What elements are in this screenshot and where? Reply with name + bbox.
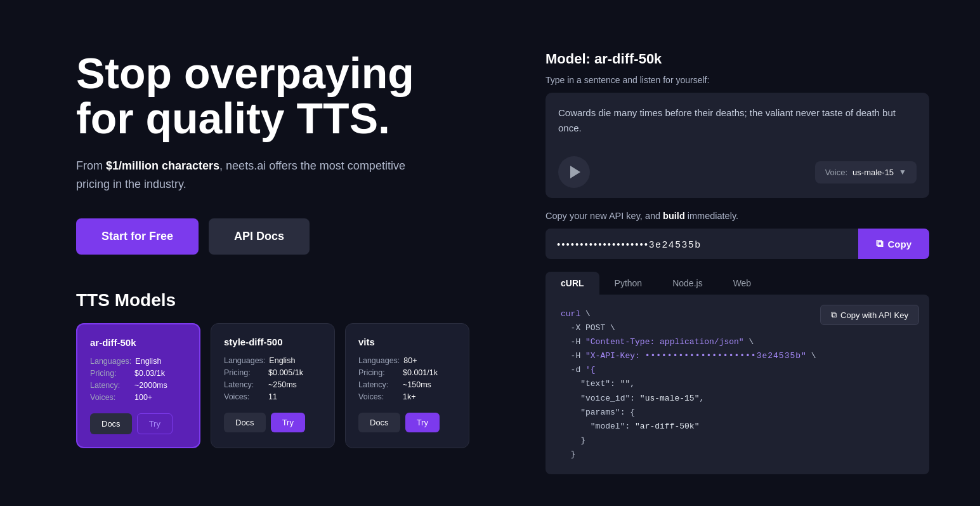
model-meta: Languages: English Pricing: $0.005/1k La… [224,356,322,401]
model-name: style-diff-500 [224,336,322,347]
models-grid: ar-diff-50k Languages: English Pricing: … [76,323,507,448]
api-docs-button[interactable]: API Docs [209,218,310,255]
model-docs-button-3[interactable]: Docs [358,413,400,432]
code-block-wrapper: ⧉ Copy with API Key curl \ -X POST \ -H … [546,295,929,474]
chevron-down-icon: ▼ [899,168,906,176]
tab-python[interactable]: Python [599,272,658,295]
api-copy-label: Copy your new API key, and build immedia… [546,211,929,221]
tab-web[interactable]: Web [718,272,767,295]
tab-nodejs[interactable]: Node.js [657,272,717,295]
tab-curl[interactable]: cURL [546,272,599,295]
start-free-button[interactable]: Start for Free [76,218,199,255]
code-block: curl \ -X POST \ -H "Content-Type: appli… [561,307,917,462]
copy-icon: ⧉ [876,238,883,250]
model-card-vits: vits Languages: 80+ Pricing: $0.001/1k L… [345,323,469,448]
model-meta: Languages: 80+ Pricing: $0.001/1k Latenc… [358,356,456,401]
model-docs-button-2[interactable]: Docs [224,413,266,432]
api-key-input[interactable] [546,229,858,259]
model-try-button-3[interactable]: Try [405,413,440,432]
cta-buttons: Start for Free API Docs [76,218,507,255]
model-card-style-diff-500: style-diff-500 Languages: English Pricin… [211,323,335,448]
demo-label: Type in a sentence and listen for yourse… [546,75,929,85]
play-icon [570,166,580,178]
voice-select[interactable]: Voice: us-male-15 ▼ [815,161,917,183]
api-key-row: ⧉ Copy [546,229,929,259]
demo-text: Cowards die many times before their deat… [558,105,917,143]
model-try-button-1[interactable]: Try [137,413,173,434]
hero-subtitle: From $1/million characters, neets.ai off… [76,157,431,194]
model-name: ar-diff-50k [90,337,186,348]
model-card-ar-diff-50k: ar-diff-50k Languages: English Pricing: … [76,323,200,448]
audio-demo-box: Cowards die many times before their deat… [546,93,929,198]
models-section-title: TTS Models [76,290,507,310]
hero-title: Stop overpaying for quality TTS. [76,51,507,142]
right-model-heading: Model: ar-diff-50k [546,51,929,67]
model-docs-button-1[interactable]: Docs [90,413,132,434]
model-meta: Languages: English Pricing: $0.03/1k Lat… [90,357,186,402]
copy-icon-small: ⧉ [831,310,837,320]
copy-with-api-key-button[interactable]: ⧉ Copy with API Key [820,305,919,325]
model-try-button-2[interactable]: Try [271,413,305,432]
play-button[interactable] [558,156,590,188]
copy-api-key-button[interactable]: ⧉ Copy [858,229,930,259]
model-name: vits [358,336,456,347]
code-tabs: cURL Python Node.js Web [546,272,929,295]
